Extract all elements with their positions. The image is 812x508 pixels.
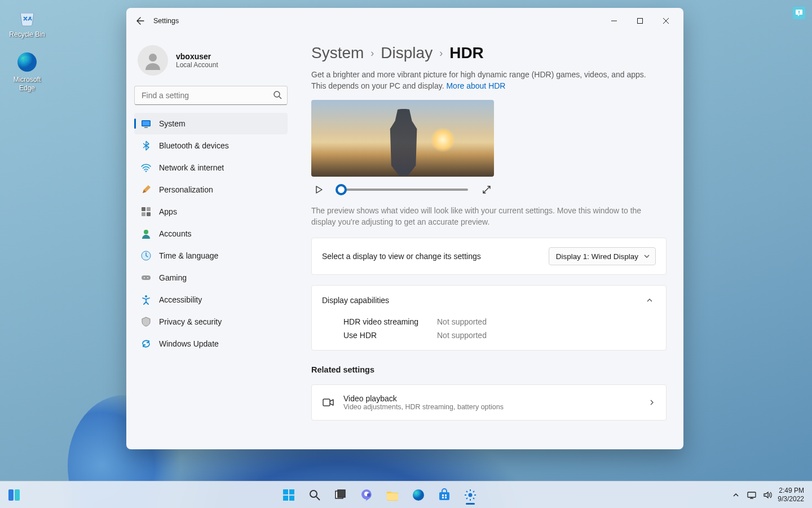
capability-value: Not supported — [437, 331, 487, 340]
taskbar-date: 9/3/2022 — [778, 495, 804, 503]
sidebar: vboxuser Local Account System Bluetooth … — [126, 34, 295, 449]
capability-value: Not supported — [437, 317, 487, 326]
user-type: Local Account — [176, 61, 218, 69]
network-icon — [141, 163, 151, 173]
nav-label: Bluetooth & devices — [159, 141, 229, 150]
taskbar-store[interactable] — [433, 484, 456, 506]
svg-rect-14 — [147, 212, 151, 216]
nav-system[interactable]: System — [134, 113, 288, 134]
svg-rect-21 — [323, 399, 330, 406]
settings-window: Settings vboxuser Local Account — [126, 8, 683, 449]
more-about-hdr-link[interactable]: More about HDR — [446, 81, 505, 90]
nav-accounts[interactable]: Accounts — [134, 223, 288, 244]
svg-rect-43 — [748, 492, 756, 497]
tray-overflow-button[interactable] — [730, 489, 742, 501]
breadcrumb-display[interactable]: Display — [381, 44, 433, 62]
back-button[interactable] — [131, 11, 150, 30]
edge-icon — [15, 50, 39, 75]
search-icon — [273, 90, 282, 99]
tray-volume-icon[interactable] — [762, 489, 773, 501]
taskbar-edge[interactable] — [407, 484, 430, 506]
taskbar-datetime[interactable]: 2:49 PM 9/3/2022 — [778, 487, 804, 503]
play-button[interactable] — [311, 182, 326, 197]
taskbar-search[interactable] — [303, 484, 326, 506]
accounts-icon — [141, 229, 151, 239]
related-settings-header: Related settings — [311, 365, 667, 374]
tray-network-icon[interactable] — [746, 489, 757, 501]
row-subtitle: Video adjustments, HDR streaming, batter… — [343, 403, 504, 411]
search-input[interactable] — [134, 86, 288, 105]
row-title: Video playback — [343, 394, 504, 403]
display-capabilities-card: Display capabilities HDR video streaming… — [311, 285, 667, 351]
start-button[interactable] — [277, 484, 300, 506]
desktop-icon-recycle-bin[interactable]: Recycle Bin — [5, 5, 50, 38]
capability-key: Use HDR — [343, 331, 421, 340]
desktop-icon-edge[interactable]: Microsoft Edge — [5, 50, 50, 92]
display-select-dropdown[interactable]: Display 1: Wired Display — [549, 247, 656, 265]
display-capabilities-header[interactable]: Display capabilities — [312, 286, 666, 313]
svg-rect-8 — [143, 121, 150, 126]
svg-rect-9 — [144, 127, 148, 128]
taskbar-explorer[interactable] — [381, 484, 404, 506]
video-playback-row[interactable]: Video playback Video adjustments, HDR st… — [312, 385, 666, 420]
nav-apps[interactable]: Apps — [134, 201, 288, 222]
svg-rect-4 — [638, 19, 643, 24]
taskbar-chat[interactable] — [355, 484, 378, 506]
brightness-slider[interactable] — [337, 189, 468, 191]
search-container — [134, 86, 288, 105]
nav-update[interactable]: Windows Update — [134, 333, 288, 354]
svg-rect-2 — [798, 11, 800, 13]
time-icon — [141, 251, 151, 261]
svg-point-20 — [145, 295, 147, 297]
svg-rect-24 — [283, 489, 288, 494]
desktop-icons: Recycle Bin Microsoft Edge — [5, 5, 50, 103]
display-select-label: Select a display to view or change its s… — [322, 252, 481, 261]
gaming-icon — [141, 273, 151, 283]
desktop-icon-label: Microsoft Edge — [14, 76, 41, 92]
slider-thumb[interactable] — [336, 184, 347, 195]
taskbar-center — [28, 484, 730, 506]
nav-label: Windows Update — [159, 339, 219, 348]
nav-bluetooth[interactable]: Bluetooth & devices — [134, 135, 288, 156]
feedback-hub-indicator[interactable] — [793, 7, 805, 19]
nav-network[interactable]: Network & internet — [134, 157, 288, 178]
svg-point-19 — [147, 277, 148, 278]
nav-personalization[interactable]: Personalization — [134, 179, 288, 200]
accessibility-icon — [141, 295, 151, 305]
breadcrumb-system[interactable]: System — [311, 44, 364, 62]
taskbar-time: 2:49 PM — [778, 487, 804, 495]
svg-rect-11 — [142, 207, 145, 211]
nav-label: Network & internet — [159, 163, 224, 172]
svg-rect-33 — [367, 493, 370, 497]
nav-time[interactable]: Time & language — [134, 245, 288, 266]
fullscreen-button[interactable] — [479, 182, 494, 197]
nav-label: Time & language — [159, 251, 218, 260]
avatar — [138, 45, 168, 76]
chevron-right-icon: › — [370, 47, 374, 59]
minimize-button[interactable] — [601, 11, 627, 30]
svg-point-42 — [468, 493, 472, 497]
svg-point-35 — [413, 489, 424, 501]
dropdown-value: Display 1: Wired Display — [556, 252, 638, 261]
svg-point-28 — [310, 491, 317, 497]
svg-rect-3 — [798, 14, 800, 14]
nav-privacy[interactable]: Privacy & security — [134, 311, 288, 332]
maximize-button[interactable] — [627, 11, 653, 30]
close-button[interactable] — [653, 11, 679, 30]
widgets-button[interactable] — [6, 487, 23, 503]
user-account-row[interactable]: vboxuser Local Account — [134, 34, 288, 86]
nav-gaming[interactable]: Gaming — [134, 267, 288, 288]
task-view-button[interactable] — [329, 484, 352, 506]
taskbar-settings[interactable] — [459, 484, 482, 506]
taskbar: 2:49 PM 9/3/2022 — [0, 481, 812, 508]
nav: System Bluetooth & devices Network & int… — [134, 113, 288, 354]
svg-rect-40 — [445, 497, 447, 498]
bluetooth-icon — [141, 141, 151, 151]
svg-rect-38 — [445, 494, 447, 496]
nav-accessibility[interactable]: Accessibility — [134, 289, 288, 310]
svg-point-10 — [145, 170, 147, 172]
capability-row: HDR video streaming Not supported — [343, 317, 656, 326]
system-tray: 2:49 PM 9/3/2022 — [730, 487, 812, 503]
breadcrumb: System › Display › HDR — [311, 44, 667, 62]
svg-point-15 — [144, 230, 148, 234]
